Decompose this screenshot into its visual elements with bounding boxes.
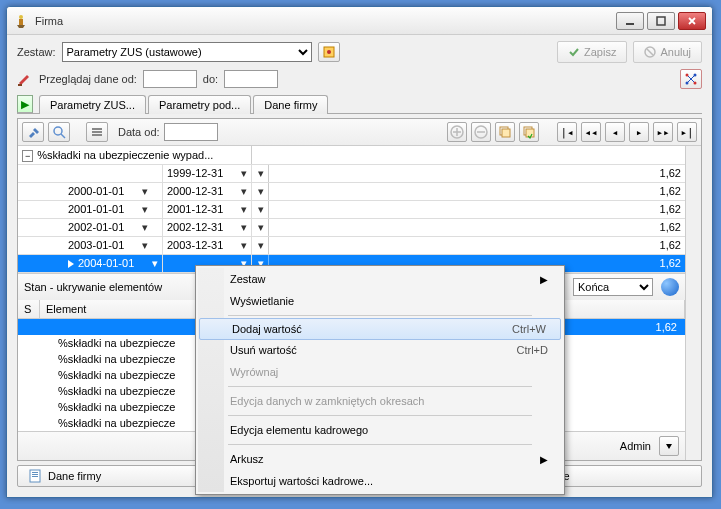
browse-to-label: do: [203, 73, 218, 85]
svg-rect-1 [19, 19, 23, 25]
row-indicator-icon [68, 260, 74, 268]
svg-point-10 [694, 74, 697, 77]
menu-dodaj-wartosc[interactable]: Dodaj wartośćCtrl+W [199, 318, 561, 340]
nav-fastfwd[interactable]: ▸▸ [653, 122, 673, 142]
svg-rect-15 [92, 134, 102, 136]
tab-dane-firmy[interactable]: Dane firmy [253, 95, 328, 114]
check-icon [568, 46, 580, 58]
col-s[interactable]: S [18, 300, 40, 318]
save-button[interactable]: Zapisz [557, 41, 627, 63]
do-select[interactable]: Końca [573, 278, 653, 296]
copy-button[interactable] [495, 122, 515, 142]
menu-edycja-elementu[interactable]: Edycja elementu kadrowego [198, 419, 562, 441]
menu-wyswietlanie[interactable]: Wyświetlanie [198, 290, 562, 312]
svg-rect-13 [92, 128, 102, 130]
svg-rect-21 [526, 129, 534, 137]
globe-icon[interactable] [661, 278, 679, 296]
zestaw-label: Zestaw: [17, 46, 56, 58]
dataod-input[interactable] [164, 123, 218, 141]
minimize-button[interactable] [616, 12, 644, 30]
nav-last[interactable]: ▸| [677, 122, 697, 142]
menu-eksportuj[interactable]: Eksportuj wartości kadrowe... [198, 470, 562, 492]
svg-rect-7 [18, 84, 22, 86]
zoom-button[interactable] [48, 122, 70, 142]
nav-fwd[interactable]: ▸ [629, 122, 649, 142]
browse-to-input[interactable] [224, 70, 278, 88]
play-button[interactable]: ▶ [17, 95, 33, 113]
browse-from-label: Przeglądaj dane od: [39, 73, 137, 85]
menu-zestaw[interactable]: Zestaw▶ [198, 268, 562, 290]
maximize-button[interactable] [647, 12, 675, 30]
svg-point-0 [19, 15, 23, 19]
svg-rect-24 [32, 474, 38, 475]
table-row[interactable]: 2001-01-01▾ 2001-12-31▾ ▾ 1,62 [18, 200, 685, 218]
list-view-button[interactable] [86, 122, 108, 142]
tab-parametry-pod[interactable]: Parametry pod... [148, 95, 251, 114]
zestaw-select[interactable]: Parametry ZUS (ustawowe) [62, 42, 312, 62]
document-icon [28, 469, 42, 483]
paste-button[interactable] [519, 122, 539, 142]
nav-back[interactable]: ◂ [605, 122, 625, 142]
refresh-button[interactable] [680, 69, 702, 89]
add-button[interactable] [447, 122, 467, 142]
titlebar: Firma [7, 7, 712, 35]
table-row[interactable]: 2000-01-01▾ 2000-12-31▾ ▾ 1,62 [18, 182, 685, 200]
admin-label: Admin [620, 440, 651, 452]
vertical-scrollbar[interactable] [685, 146, 701, 460]
table-row[interactable]: 1999-12-31▾ ▾ 1,62 [18, 164, 685, 182]
svg-rect-14 [92, 131, 102, 133]
svg-point-5 [327, 50, 331, 54]
menu-edycja-zamknietych: Edycja danych w zamkniętych okresach [198, 390, 562, 412]
window-title: Firma [35, 15, 616, 27]
admin-dropdown[interactable] [659, 436, 679, 456]
edit-icon [17, 71, 33, 87]
menu-usun-wartosc[interactable]: Usuń wartośćCtrl+D [198, 339, 562, 361]
collapse-icon[interactable]: − [22, 150, 33, 162]
status-label: Stan - ukrywanie elementów [24, 281, 162, 293]
svg-rect-25 [32, 476, 38, 477]
table-row[interactable]: 2003-01-01▾ 2003-12-31▾ ▾ 1,62 [18, 236, 685, 254]
tools-button[interactable] [22, 122, 44, 142]
cancel-button[interactable]: Anuluj [633, 41, 702, 63]
tree-header-row[interactable]: −%składki na ubezpieczenie wypad... [18, 146, 685, 164]
svg-point-12 [54, 127, 62, 135]
remove-button[interactable] [471, 122, 491, 142]
svg-point-8 [686, 74, 689, 77]
svg-rect-19 [502, 129, 510, 137]
zestaw-config-button[interactable] [318, 42, 340, 62]
svg-point-11 [686, 82, 689, 85]
menu-wyrownaj: Wyrównaj [198, 361, 562, 383]
svg-point-9 [694, 82, 697, 85]
tab-parametry-zus[interactable]: Parametry ZUS... [39, 95, 146, 114]
app-icon [13, 13, 29, 29]
nav-fastback[interactable]: ◂◂ [581, 122, 601, 142]
data-grid[interactable]: −%składki na ubezpieczenie wypad... 1999… [18, 146, 685, 273]
dataod-label: Data od: [118, 126, 160, 138]
menu-arkusz[interactable]: Arkusz▶ [198, 448, 562, 470]
svg-rect-23 [32, 472, 38, 473]
table-row[interactable]: 2002-01-01▾ 2002-12-31▾ ▾ 1,62 [18, 218, 685, 236]
context-menu[interactable]: Zestaw▶ Wyświetlanie Dodaj wartośćCtrl+W… [195, 265, 565, 495]
browse-from-input[interactable] [143, 70, 197, 88]
close-button[interactable] [678, 12, 706, 30]
svg-rect-2 [626, 23, 634, 25]
svg-rect-3 [657, 17, 665, 25]
nav-first[interactable]: |◂ [557, 122, 577, 142]
cancel-icon [644, 46, 656, 58]
